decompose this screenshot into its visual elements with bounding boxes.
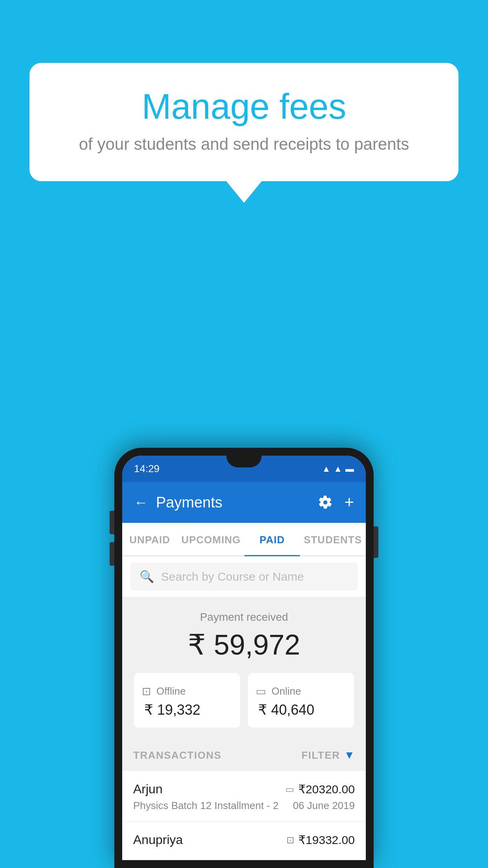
volume-buttons (110, 511, 114, 566)
tab-paid[interactable]: PAID (244, 523, 299, 555)
wifi-icon: ▲ (322, 464, 330, 474)
speech-bubble: Manage fees of your students and send re… (29, 63, 459, 181)
app-bar-left: ← Payments (134, 494, 222, 511)
payment-total-amount: ₹ 59,972 (134, 628, 354, 661)
transaction-row[interactable]: Arjun ▭ ₹20320.00 Physics Batch 12 Insta… (122, 771, 366, 822)
status-icons: ▲ ▲ ▬ (322, 464, 354, 474)
phone-frame: 14:29 ▲ ▲ ▬ ← Payments + UNPAID UPCOM (114, 448, 374, 868)
online-amount: ₹ 40,640 (256, 702, 346, 718)
transaction-name: Arjun (133, 782, 163, 796)
search-icon: 🔍 (139, 570, 154, 583)
offline-payment-icon: ⊡ (142, 685, 151, 698)
transaction-bottom: Physics Batch 12 Installment - 2 06 June… (133, 800, 355, 812)
filter-label: FILTER (301, 749, 340, 761)
search-container: 🔍 Search by Course or Name (122, 556, 366, 597)
transaction-top: Anupriya ⊡ ₹19332.00 (133, 833, 355, 847)
payment-cards: ⊡ Offline ₹ 19,332 ▭ Online ₹ 40,640 (134, 673, 354, 728)
tab-students[interactable]: STUDENTS (300, 523, 366, 555)
transaction-amount-container: ⊡ ₹19332.00 (286, 833, 355, 847)
offline-label: Offline (156, 685, 186, 697)
tab-unpaid[interactable]: UNPAID (122, 523, 177, 555)
offline-card-header: ⊡ Offline (142, 685, 232, 698)
search-input-wrapper[interactable]: 🔍 Search by Course or Name (130, 563, 358, 590)
tab-upcoming[interactable]: UPCOMING (177, 523, 244, 555)
transaction-top: Arjun ▭ ₹20320.00 (133, 782, 355, 796)
signal-icon: ▲ (334, 464, 342, 474)
speech-bubble-subtitle: of your students and send receipts to pa… (61, 135, 427, 154)
offline-payment-card: ⊡ Offline ₹ 19,332 (134, 673, 240, 728)
card-payment-icon: ▭ (285, 784, 294, 795)
gear-icon[interactable] (318, 495, 332, 509)
app-title: Payments (156, 494, 222, 511)
filter-icon: ▼ (344, 749, 355, 761)
offline-amount: ₹ 19,332 (142, 702, 232, 718)
app-bar: ← Payments + (122, 482, 366, 523)
tab-bar: UNPAID UPCOMING PAID STUDENTS (122, 523, 366, 556)
power-button (374, 526, 378, 558)
online-label: Online (272, 685, 301, 697)
filter-button[interactable]: FILTER ▼ (301, 749, 355, 761)
search-input[interactable]: Search by Course or Name (161, 570, 304, 583)
transaction-amount-container: ▭ ₹20320.00 (285, 782, 355, 796)
transaction-date: 06 June 2019 (293, 800, 355, 812)
back-button[interactable]: ← (134, 494, 148, 511)
battery-icon: ▬ (345, 464, 354, 474)
vol-up-button (110, 511, 114, 534)
app-bar-right: + (318, 493, 354, 512)
transactions-label: TRANSACTIONS (133, 749, 222, 761)
transaction-course: Physics Batch 12 Installment - 2 (133, 800, 279, 812)
transaction-amount: ₹20320.00 (298, 782, 355, 796)
vol-down-button (110, 542, 114, 566)
transaction-amount: ₹19332.00 (298, 833, 355, 847)
speech-bubble-title: Manage fees (61, 86, 427, 127)
payment-summary: Payment received ₹ 59,972 ⊡ Offline ₹ 19… (122, 597, 366, 739)
transactions-header: TRANSACTIONS FILTER ▼ (122, 739, 366, 771)
online-card-header: ▭ Online (256, 685, 346, 698)
transaction-row[interactable]: Anupriya ⊡ ₹19332.00 (122, 822, 366, 860)
online-payment-icon: ▭ (256, 685, 266, 698)
online-payment-card: ▭ Online ₹ 40,640 (248, 673, 354, 728)
phone-screen: 14:29 ▲ ▲ ▬ ← Payments + UNPAID UPCOM (122, 456, 366, 860)
offline-payment-icon-small: ⊡ (286, 835, 294, 846)
add-button[interactable]: + (344, 493, 354, 512)
transaction-name: Anupriya (133, 833, 183, 847)
speech-bubble-container: Manage fees of your students and send re… (29, 63, 459, 203)
status-time: 14:29 (134, 463, 160, 475)
speech-bubble-tail (226, 181, 262, 203)
payment-received-label: Payment received (134, 611, 354, 623)
